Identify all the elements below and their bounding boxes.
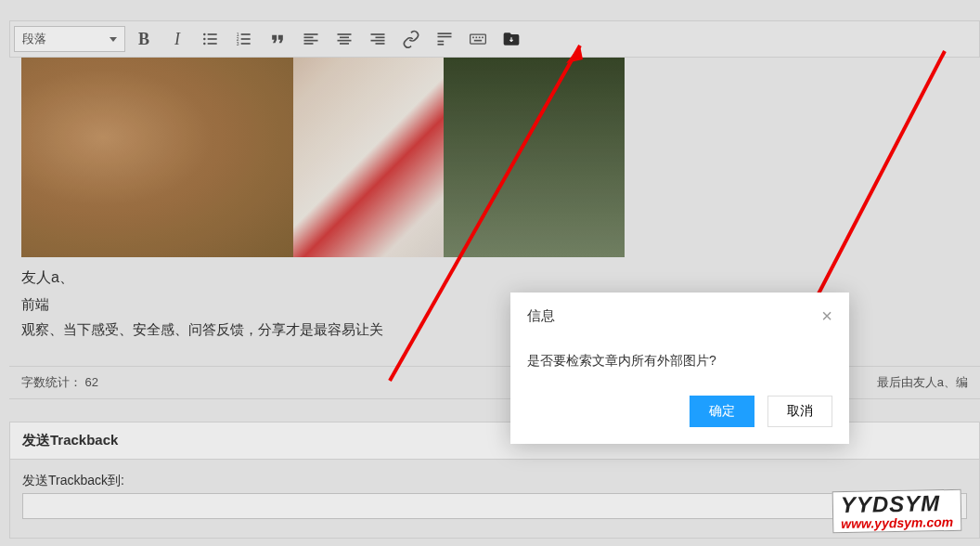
- svg-rect-7: [241, 33, 251, 35]
- editor-toolbar: 段落 B I 123: [9, 20, 980, 58]
- modal-body: 是否要检索文章内所有外部图片?: [510, 336, 849, 396]
- watermark: YYDSYM www.yydsym.com: [832, 489, 962, 533]
- svg-rect-23: [376, 43, 385, 45]
- trackback-input[interactable]: [22, 493, 967, 519]
- svg-rect-20: [371, 33, 385, 35]
- svg-rect-33: [474, 40, 482, 42]
- svg-rect-9: [241, 38, 251, 40]
- svg-rect-18: [338, 40, 352, 42]
- numbered-list-button[interactable]: 123: [229, 25, 259, 53]
- svg-rect-27: [438, 44, 445, 46]
- svg-rect-22: [371, 40, 385, 42]
- svg-rect-32: [482, 37, 484, 39]
- svg-rect-1: [208, 33, 217, 35]
- svg-point-0: [203, 33, 206, 36]
- format-select-label: 段落: [22, 31, 46, 47]
- svg-rect-25: [438, 36, 452, 38]
- align-left-button[interactable]: [296, 25, 326, 53]
- confirm-modal: 信息 × 是否要检索文章内所有外部图片? 确定 取消: [510, 292, 849, 444]
- word-count: 字数统计： 62: [21, 374, 98, 391]
- align-right-button[interactable]: [363, 25, 393, 53]
- svg-rect-30: [476, 37, 478, 39]
- svg-rect-19: [340, 43, 349, 45]
- keyboard-button[interactable]: [463, 25, 493, 53]
- svg-rect-3: [208, 38, 217, 40]
- link-button[interactable]: [396, 25, 426, 53]
- confirm-button[interactable]: 确定: [690, 396, 754, 427]
- bold-button[interactable]: B: [129, 25, 159, 53]
- trackback-label: 发送Trackback到:: [22, 473, 124, 488]
- svg-rect-31: [479, 37, 481, 39]
- svg-rect-29: [472, 37, 474, 39]
- svg-text:3: 3: [237, 41, 239, 46]
- svg-rect-5: [208, 43, 217, 45]
- svg-rect-28: [471, 34, 486, 44]
- italic-button[interactable]: I: [162, 25, 192, 53]
- watermark-title: YYDSYM: [841, 492, 953, 516]
- svg-rect-16: [338, 33, 352, 35]
- svg-rect-15: [304, 43, 314, 45]
- cancel-button[interactable]: 取消: [767, 396, 832, 427]
- insert-more-button[interactable]: [430, 25, 459, 53]
- svg-rect-12: [304, 33, 318, 35]
- last-edit: 最后由友人a、编: [877, 374, 968, 391]
- bullet-list-button[interactable]: [196, 25, 226, 53]
- editor-line: 友人a、: [21, 265, 968, 292]
- svg-rect-26: [438, 41, 445, 43]
- quote-button[interactable]: [263, 25, 292, 53]
- format-select[interactable]: 段落: [14, 26, 125, 52]
- svg-point-2: [203, 38, 206, 41]
- align-center-button[interactable]: [329, 25, 359, 53]
- svg-rect-11: [241, 43, 251, 45]
- modal-title: 信息: [527, 307, 555, 325]
- svg-rect-21: [376, 37, 385, 39]
- chevron-down-icon: [110, 37, 117, 42]
- svg-rect-13: [304, 37, 314, 39]
- editor-image[interactable]: [21, 58, 625, 257]
- watermark-url: www.yydsym.com: [841, 514, 953, 532]
- svg-point-4: [203, 43, 206, 46]
- svg-rect-14: [304, 40, 318, 42]
- svg-rect-17: [340, 37, 349, 39]
- download-images-button[interactable]: [496, 25, 526, 53]
- svg-rect-24: [438, 32, 452, 34]
- close-icon[interactable]: ×: [821, 306, 832, 327]
